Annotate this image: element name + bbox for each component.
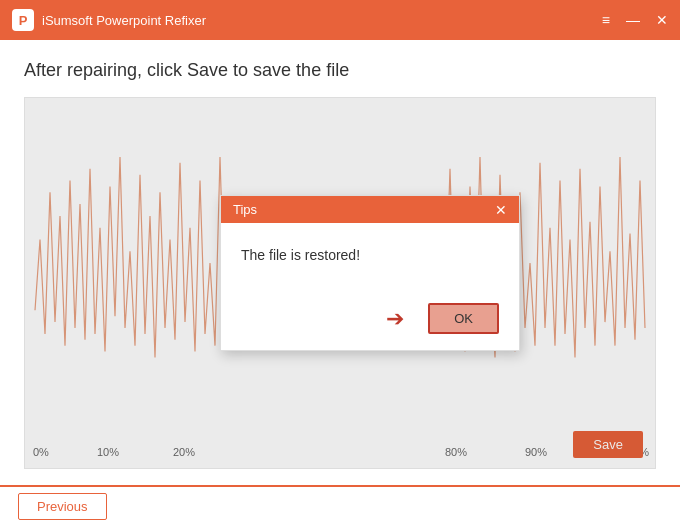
dialog-header: Tips ✕ [221, 196, 519, 223]
close-icon[interactable]: ✕ [656, 13, 668, 27]
dialog-footer: ➔ OK [221, 303, 519, 350]
app-logo: P [12, 9, 34, 31]
dialog-message: The file is restored! [241, 247, 499, 263]
logo-text: P [19, 13, 28, 28]
dialog-overlay: Tips ✕ The file is restored! ➔ OK [25, 98, 655, 468]
main-content: After repairing, click Save to save the … [0, 40, 680, 485]
dialog-title: Tips [233, 202, 257, 217]
app-title: iSumsoft Powerpoint Refixer [42, 13, 602, 28]
ok-button[interactable]: OK [428, 303, 499, 334]
previous-button[interactable]: Previous [18, 493, 107, 520]
chart-container: 0% 10% 20% 80% 90% 100% Save Tips ✕ The … [24, 97, 656, 469]
page-title: After repairing, click Save to save the … [24, 60, 656, 81]
title-bar: P iSumsoft Powerpoint Refixer ≡ — ✕ [0, 0, 680, 40]
arrow-right-icon: ➔ [386, 306, 404, 332]
window-controls: ≡ — ✕ [602, 13, 668, 27]
dialog-body: The file is restored! [221, 223, 519, 303]
minimize-icon[interactable]: — [626, 13, 640, 27]
tips-dialog: Tips ✕ The file is restored! ➔ OK [220, 195, 520, 351]
footer: Previous [0, 485, 680, 525]
dialog-close-icon[interactable]: ✕ [495, 203, 507, 217]
menu-icon[interactable]: ≡ [602, 13, 610, 27]
